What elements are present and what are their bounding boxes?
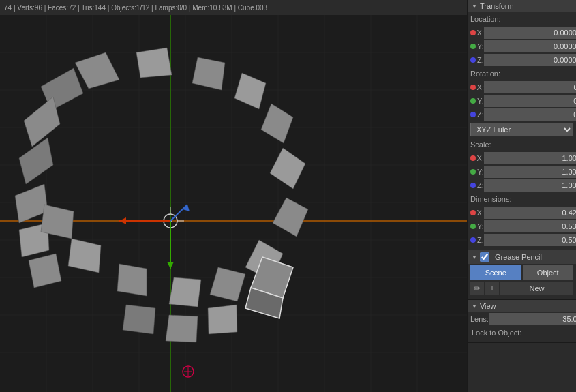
rotation-z-input[interactable] bbox=[484, 108, 576, 121]
scale-y-row: Y: ⊙ bbox=[468, 165, 576, 179]
viewport[interactable]: 74 | Verts:96 | Faces:72 | Tris:144 | Ob… bbox=[0, 0, 467, 392]
gp-collapse-icon: ▼ bbox=[472, 254, 477, 260]
rz-dot bbox=[470, 112, 476, 117]
sz-dot bbox=[470, 183, 476, 188]
scale-label-row: Scale: bbox=[468, 138, 576, 151]
lens-label: Lens: bbox=[470, 315, 489, 323]
dimensions-label: Dimensions: bbox=[470, 194, 512, 205]
location-label-row: Location: bbox=[468, 12, 576, 26]
gp-tabs: Scene Object bbox=[470, 265, 573, 280]
dim-z-row: Z: ⊙ bbox=[468, 233, 576, 247]
view-header[interactable]: ▼ View bbox=[468, 300, 576, 312]
location-x-row: X: ⊙ bbox=[468, 26, 576, 40]
canvas-area[interactable] bbox=[0, 15, 467, 392]
scale-y-label: Y: bbox=[470, 168, 484, 176]
dim-y-label: Y: bbox=[470, 222, 484, 230]
x-dot bbox=[470, 30, 476, 35]
rotation-z-row: Z: ⊙ bbox=[468, 108, 576, 121]
grease-pencil-section: ▼ Grease Pencil Scene Object ✏ + New bbox=[468, 250, 576, 300]
dim-z-input[interactable] bbox=[484, 234, 576, 246]
dim-x-label: X: bbox=[470, 209, 484, 217]
dim-x-row: X: ⊙ bbox=[468, 206, 576, 220]
gp-new-btn[interactable]: New bbox=[500, 282, 573, 295]
location-z-label: Z: bbox=[470, 56, 484, 64]
svg-marker-36 bbox=[169, 277, 201, 307]
lens-input[interactable] bbox=[489, 313, 576, 325]
transform-collapse-icon: ▼ bbox=[472, 3, 477, 10]
location-label: Location: bbox=[470, 14, 501, 25]
scale-z-row: Z: ⊙ bbox=[468, 179, 576, 192]
scale-y-input[interactable] bbox=[484, 166, 576, 178]
gp-add-btn[interactable]: + bbox=[485, 282, 499, 295]
lock-row: Lock to Object: bbox=[468, 326, 576, 340]
location-y-input[interactable] bbox=[484, 40, 576, 52]
euler-dropdown[interactable]: XYZ Euler bbox=[470, 123, 573, 136]
z-dot bbox=[470, 57, 476, 63]
rotation-x-label: X: bbox=[470, 83, 484, 91]
dx-dot bbox=[470, 210, 476, 215]
scale-z-input[interactable] bbox=[484, 179, 576, 192]
sx-dot bbox=[470, 155, 476, 161]
gp-actions: ✏ + New bbox=[470, 282, 573, 295]
rotation-y-input[interactable] bbox=[484, 95, 576, 107]
rx-dot bbox=[470, 85, 476, 90]
header-bar: 74 | Verts:96 | Faces:72 | Tris:144 | Ob… bbox=[0, 0, 467, 15]
rotation-x-input[interactable] bbox=[484, 81, 576, 93]
svg-marker-25 bbox=[136, 48, 172, 78]
gp-title: Grease Pencil bbox=[495, 253, 542, 261]
gp-checkbox[interactable] bbox=[480, 252, 489, 262]
location-x-input[interactable] bbox=[484, 27, 576, 39]
view-section: ▼ View Lens: Lock to Object: bbox=[468, 300, 576, 343]
rotation-x-row: X: ⊙ bbox=[468, 80, 576, 94]
lock-label: Lock to Object: bbox=[472, 329, 521, 337]
ry-dot bbox=[470, 98, 476, 104]
svg-marker-37 bbox=[117, 264, 147, 296]
view-title: View bbox=[480, 302, 496, 310]
gp-pencil-btn[interactable]: ✏ bbox=[470, 282, 484, 295]
svg-marker-42 bbox=[208, 305, 237, 334]
sy-dot bbox=[470, 169, 476, 175]
svg-marker-40 bbox=[123, 305, 155, 334]
stats-text: 74 | Verts:96 | Faces:72 | Tris:144 | Ob… bbox=[4, 4, 267, 12]
y-dot bbox=[470, 44, 476, 49]
location-y-row: Y: ⊙ bbox=[468, 40, 576, 53]
right-panel: ▼ Transform Location: X: ⊙ Y: ⊙ bbox=[467, 0, 576, 392]
transform-title: Transform bbox=[480, 2, 514, 10]
rotation-z-label: Z: bbox=[470, 110, 484, 119]
scale-label: Scale: bbox=[470, 139, 491, 150]
gp-object-tab[interactable]: Object bbox=[523, 265, 574, 280]
gp-scene-tab[interactable]: Scene bbox=[470, 265, 521, 280]
view-collapse-icon: ▼ bbox=[472, 303, 477, 310]
dimensions-label-row: Dimensions: bbox=[468, 192, 576, 206]
dim-x-input[interactable] bbox=[484, 207, 576, 219]
lens-row: Lens: bbox=[468, 312, 576, 326]
rotation-label: Rotation: bbox=[470, 68, 500, 79]
grease-pencil-header[interactable]: ▼ Grease Pencil bbox=[468, 250, 576, 264]
location-x-label: X: bbox=[470, 29, 484, 37]
scale-z-label: Z: bbox=[470, 181, 484, 190]
scale-x-input[interactable] bbox=[484, 152, 576, 164]
location-z-row: Z: ⊙ bbox=[468, 53, 576, 67]
location-z-input[interactable] bbox=[484, 54, 576, 66]
dim-y-input[interactable] bbox=[484, 220, 576, 232]
dz-dot bbox=[470, 237, 476, 243]
svg-marker-41 bbox=[166, 315, 198, 342]
dim-y-row: Y: ⊙ bbox=[468, 220, 576, 233]
rotation-y-label: Y: bbox=[470, 97, 484, 105]
location-y-label: Y: bbox=[470, 42, 484, 50]
rotation-label-row: Rotation: bbox=[468, 67, 576, 80]
transform-header[interactable]: ▼ Transform bbox=[468, 0, 576, 12]
scale-x-row: X: ⊙ bbox=[468, 151, 576, 165]
dim-z-label: Z: bbox=[470, 236, 484, 244]
transform-section: ▼ Transform Location: X: ⊙ Y: ⊙ bbox=[468, 0, 576, 250]
scale-x-label: X: bbox=[470, 154, 484, 162]
rotation-y-row: Y: ⊙ bbox=[468, 94, 576, 108]
dy-dot bbox=[470, 224, 476, 229]
viewport-grid bbox=[0, 15, 467, 392]
